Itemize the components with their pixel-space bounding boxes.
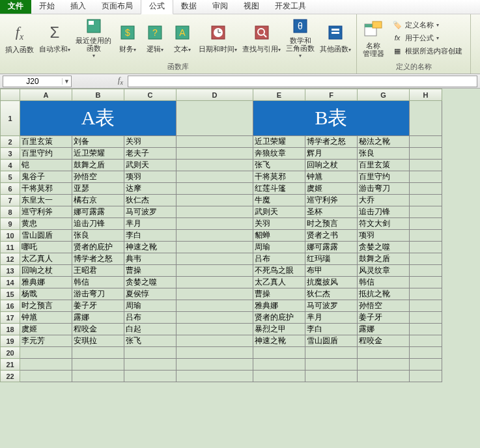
tab-file[interactable]: 文件 xyxy=(0,0,31,14)
cell-D5[interactable] xyxy=(176,171,253,183)
cell-F21[interactable] xyxy=(305,359,358,371)
cell-C22[interactable] xyxy=(124,371,176,382)
cell-B18[interactable]: 程咬金 xyxy=(72,324,124,335)
tab-data[interactable]: 数据 xyxy=(173,0,205,14)
sheet-area[interactable]: ABCDEFGH1A表B表2百里玄策刘备关羽近卫荣耀博学者之怒秘法之靴3百里守约… xyxy=(0,89,480,448)
cell-A21[interactable] xyxy=(20,359,72,371)
cell-H17[interactable] xyxy=(410,312,442,324)
cell-B22[interactable] xyxy=(72,371,124,382)
cell-F12[interactable]: 红玛瑙 xyxy=(305,253,358,265)
row-header-19[interactable]: 19 xyxy=(1,335,20,347)
cell-H21[interactable] xyxy=(410,359,442,371)
cell-C16[interactable]: 周瑜 xyxy=(124,300,176,312)
cell-H9[interactable] xyxy=(410,218,442,230)
cell-C14[interactable]: 贪婪之噬 xyxy=(124,277,176,288)
cell-F7[interactable]: 巡守利斧 xyxy=(305,195,358,206)
row-header-1[interactable]: 1 xyxy=(1,101,20,136)
cell-F9[interactable]: 时之预言 xyxy=(305,218,358,230)
cell-D21[interactable] xyxy=(176,359,253,371)
cell-E10[interactable]: 貂蝉 xyxy=(253,230,305,242)
cell-F5[interactable]: 钟馗 xyxy=(305,171,358,183)
tab-dev[interactable]: 开发工具 xyxy=(267,0,314,14)
cell-E7[interactable]: 牛魔 xyxy=(253,195,305,206)
cell-E19[interactable]: 神速之靴 xyxy=(253,335,305,347)
cell-A9[interactable]: 黄忠 xyxy=(20,218,72,230)
cell-C12[interactable]: 典韦 xyxy=(124,253,176,265)
select-all-corner[interactable] xyxy=(1,89,20,101)
cell-A7[interactable]: 东皇太一 xyxy=(20,195,72,206)
cell-H7[interactable] xyxy=(410,195,442,206)
row-header-7[interactable]: 7 xyxy=(1,195,20,206)
cell-D8[interactable] xyxy=(176,206,253,218)
cell-B19[interactable]: 安琪拉 xyxy=(72,335,124,347)
cell-F16[interactable]: 马可波罗 xyxy=(305,300,358,312)
formula-input[interactable] xyxy=(128,76,477,87)
row-header-6[interactable]: 6 xyxy=(1,183,20,195)
cell-G22[interactable] xyxy=(358,371,410,382)
cell-F8[interactable]: 圣杯 xyxy=(305,206,358,218)
cell-C5[interactable]: 项羽 xyxy=(124,171,176,183)
cell-A6[interactable]: 干将莫邪 xyxy=(20,183,72,195)
cell-G20[interactable] xyxy=(358,347,410,359)
table-b-title[interactable]: B表 xyxy=(253,101,410,136)
cell-G16[interactable]: 孙悟空 xyxy=(358,300,410,312)
cell-A5[interactable]: 鬼谷子 xyxy=(20,171,72,183)
cell-E17[interactable]: 贤者的庇护 xyxy=(253,312,305,324)
cell-C18[interactable]: 白起 xyxy=(124,324,176,335)
cell-G15[interactable]: 抵抗之靴 xyxy=(358,288,410,300)
cell-D16[interactable] xyxy=(176,300,253,312)
cell-F4[interactable]: 回响之杖 xyxy=(305,160,358,171)
cell-B6[interactable]: 亚瑟 xyxy=(72,183,124,195)
col-header-G[interactable]: G xyxy=(358,89,410,101)
col-header-B[interactable]: B xyxy=(72,89,124,101)
cell-A13[interactable]: 回响之杖 xyxy=(20,265,72,277)
cell-A19[interactable]: 李元芳 xyxy=(20,335,72,347)
cell-A22[interactable] xyxy=(20,371,72,382)
cell-H13[interactable] xyxy=(410,265,442,277)
autosum-button[interactable]: Σ 自动求和▾ xyxy=(36,16,73,59)
cell-C19[interactable]: 张飞 xyxy=(124,335,176,347)
cell-E11[interactable]: 周瑜 xyxy=(253,242,305,253)
cell-H16[interactable] xyxy=(410,300,442,312)
row-header-8[interactable]: 8 xyxy=(1,206,20,218)
cell-F13[interactable]: 布甲 xyxy=(305,265,358,277)
cell-G5[interactable]: 百里守约 xyxy=(358,171,410,183)
cell-D18[interactable] xyxy=(176,324,253,335)
cell-B2[interactable]: 刘备 xyxy=(72,136,124,148)
cell-H3[interactable] xyxy=(410,148,442,160)
cell-C9[interactable]: 芈月 xyxy=(124,218,176,230)
row-header-22[interactable]: 22 xyxy=(1,371,20,382)
cell-A10[interactable]: 雪山圆盾 xyxy=(20,230,72,242)
cell-E22[interactable] xyxy=(253,371,305,382)
cell-C4[interactable]: 武则天 xyxy=(124,160,176,171)
cell-B9[interactable]: 追击刀锋 xyxy=(72,218,124,230)
cell-E18[interactable]: 暴烈之甲 xyxy=(253,324,305,335)
row-header-11[interactable]: 11 xyxy=(1,242,20,253)
cell-B12[interactable]: 博学者之怒 xyxy=(72,253,124,265)
cell-G21[interactable] xyxy=(358,359,410,371)
cell-E13[interactable]: 不死鸟之眼 xyxy=(253,265,305,277)
cell-H5[interactable] xyxy=(410,171,442,183)
cell-D2[interactable] xyxy=(176,136,253,148)
cell-H6[interactable] xyxy=(410,183,442,195)
row-header-15[interactable]: 15 xyxy=(1,288,20,300)
cell-C13[interactable]: 曹操 xyxy=(124,265,176,277)
cell-D11[interactable] xyxy=(176,242,253,253)
cell-E21[interactable] xyxy=(253,359,305,371)
cell-A3[interactable]: 百里守约 xyxy=(20,148,72,160)
define-name-button[interactable]: 🏷️定义名称 ▾ xyxy=(391,19,464,31)
cell-B13[interactable]: 王昭君 xyxy=(72,265,124,277)
cell-G18[interactable]: 露娜 xyxy=(358,324,410,335)
cell-A14[interactable]: 雅典娜 xyxy=(20,277,72,288)
cell-C11[interactable]: 神速之靴 xyxy=(124,242,176,253)
cell-D4[interactable] xyxy=(176,160,253,171)
tab-home[interactable]: 开始 xyxy=(31,0,63,14)
cell-G7[interactable]: 大乔 xyxy=(358,195,410,206)
tab-layout[interactable]: 页面布局 xyxy=(94,0,141,14)
row-header-21[interactable]: 21 xyxy=(1,359,20,371)
cell-H20[interactable] xyxy=(410,347,442,359)
cell-F18[interactable]: 李白 xyxy=(305,324,358,335)
row-header-2[interactable]: 2 xyxy=(1,136,20,148)
cell-H11[interactable] xyxy=(410,242,442,253)
cell-B3[interactable]: 近卫荣耀 xyxy=(72,148,124,160)
